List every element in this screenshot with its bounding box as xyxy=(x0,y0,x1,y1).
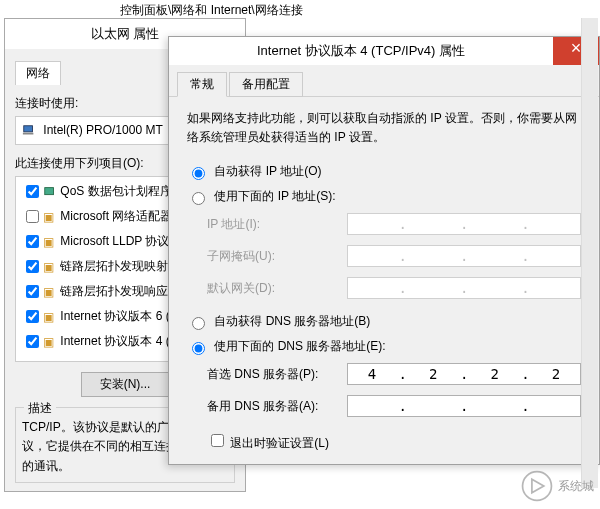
install-button[interactable]: 安装(N)... xyxy=(81,372,170,397)
dns1-input[interactable]: 4. 2. 2. 2 xyxy=(347,363,581,385)
item-label: Internet 协议版本 4 ( xyxy=(60,334,169,348)
gateway-input: ... xyxy=(347,277,581,299)
svg-rect-2 xyxy=(45,187,54,194)
tab-general[interactable]: 常规 xyxy=(177,72,227,97)
protocol-icon: ▣ xyxy=(43,260,57,274)
ip-manual-label: 使用下面的 IP 地址(S): xyxy=(214,189,335,203)
protocol-icon: ▣ xyxy=(43,285,57,299)
ip-manual-radio-row: 使用下面的 IP 地址(S): xyxy=(187,188,581,205)
dns-auto-radio[interactable] xyxy=(192,317,205,330)
item-label: 链路层拓扑发现映射器 xyxy=(60,259,180,273)
ipv4-titlebar: Internet 协议版本 4 (TCP/IPv4) 属性 × xyxy=(169,37,599,65)
protocol-icon: ▣ xyxy=(43,235,57,249)
ip-manual-radio[interactable] xyxy=(192,192,205,205)
gateway-label: 默认网关(D): xyxy=(207,280,347,297)
validate-label: 退出时验证设置(L) xyxy=(230,436,329,450)
subnet-mask-label: 子网掩码(U): xyxy=(207,248,347,265)
adapter-icon xyxy=(22,123,40,138)
dns1-oct2[interactable]: 2 xyxy=(420,366,446,382)
dns1-label: 首选 DNS 服务器(P): xyxy=(207,366,347,383)
svg-rect-0 xyxy=(24,126,33,132)
watermark-text: 系统城 xyxy=(558,478,594,495)
svg-point-3 xyxy=(523,472,552,501)
dns2-input[interactable]: ... xyxy=(347,395,581,417)
dns1-oct3[interactable]: 2 xyxy=(482,366,508,382)
scrollbar-vertical[interactable] xyxy=(581,18,598,488)
dns2-label: 备用 DNS 服务器(A): xyxy=(207,398,347,415)
planner-icon xyxy=(43,184,57,198)
ip-auto-radio-row: 自动获得 IP 地址(O) xyxy=(187,163,581,180)
ip-address-input: ... xyxy=(347,213,581,235)
dns1-oct4[interactable]: 2 xyxy=(543,366,569,382)
dns-manual-radio-row: 使用下面的 DNS 服务器地址(E): xyxy=(187,338,581,355)
subnet-mask-input: ... xyxy=(347,245,581,267)
ipv4-description: 如果网络支持此功能，则可以获取自动指派的 IP 设置。否则，你需要从网络系统管理… xyxy=(187,109,581,147)
watermark-icon xyxy=(520,469,554,503)
dns-auto-radio-row: 自动获得 DNS 服务器地址(B) xyxy=(187,313,581,330)
tab-alt-config[interactable]: 备用配置 xyxy=(229,72,303,97)
item-label: Microsoft 网络适配器 xyxy=(60,209,172,223)
ip-address-label: IP 地址(I): xyxy=(207,216,347,233)
item-label: Microsoft LLDP 协议 xyxy=(60,234,169,248)
item-checkbox[interactable] xyxy=(26,185,39,198)
ipv4-title: Internet 协议版本 4 (TCP/IPv4) 属性 xyxy=(169,42,553,60)
item-label: QoS 数据包计划程序 xyxy=(60,184,171,198)
dns-manual-radio[interactable] xyxy=(192,342,205,355)
dns1-oct1[interactable]: 4 xyxy=(359,366,385,382)
item-checkbox[interactable] xyxy=(26,260,39,273)
protocol-icon: ▣ xyxy=(43,335,57,349)
item-checkbox[interactable] xyxy=(26,210,39,223)
adapter-name: Intel(R) PRO/1000 MT xyxy=(43,123,162,137)
ip-auto-radio[interactable] xyxy=(192,167,205,180)
dns-manual-label: 使用下面的 DNS 服务器地址(E): xyxy=(214,339,385,353)
item-checkbox[interactable] xyxy=(26,285,39,298)
dns-auto-label: 自动获得 DNS 服务器地址(B) xyxy=(214,314,370,328)
item-label: Internet 协议版本 6 ( xyxy=(60,309,169,323)
close-icon: × xyxy=(571,38,582,58)
ipv4-properties-window: Internet 协议版本 4 (TCP/IPv4) 属性 × 常规 备用配置 … xyxy=(168,36,600,465)
tab-network[interactable]: 网络 xyxy=(15,61,61,85)
svg-rect-1 xyxy=(23,133,34,135)
item-checkbox[interactable] xyxy=(26,335,39,348)
description-title: 描述 xyxy=(24,400,56,417)
item-checkbox[interactable] xyxy=(26,235,39,248)
protocol-icon: ▣ xyxy=(43,210,57,224)
protocol-icon: ▣ xyxy=(43,310,57,324)
ip-auto-label: 自动获得 IP 地址(O) xyxy=(214,164,321,178)
watermark: 系统城 xyxy=(520,469,594,503)
validate-checkbox[interactable] xyxy=(211,434,224,447)
item-checkbox[interactable] xyxy=(26,310,39,323)
